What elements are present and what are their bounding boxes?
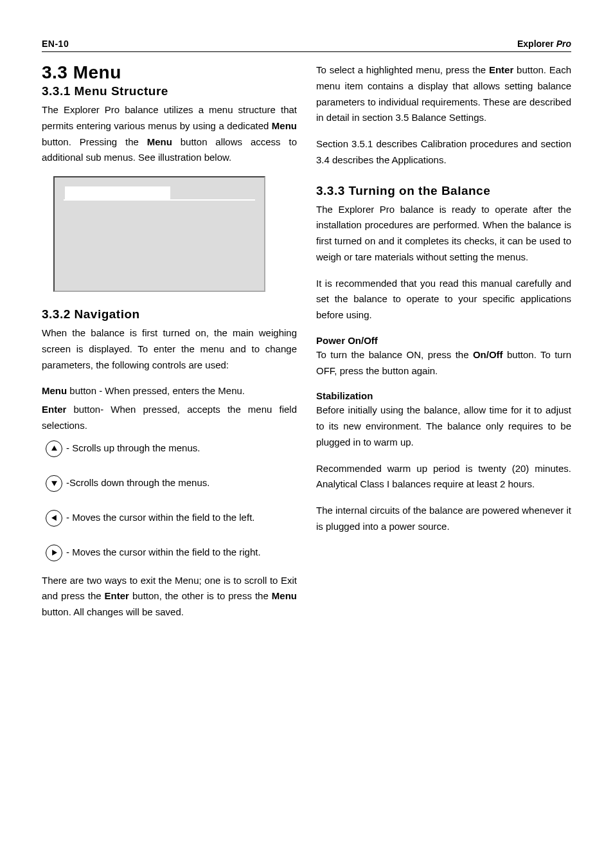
arrow-left-icon [46,510,62,527]
nav-left-text: - Moves the cursor within the field to t… [66,511,297,525]
illustration-highlight [65,186,170,199]
paragraph-sections-ref: Section 3.5.1 describes Calibration proc… [316,136,571,168]
product-name: Explorer [517,39,556,49]
paragraph-exit-menu: There are two ways to exit the Menu; one… [42,573,297,620]
header-left: EN-10 [42,39,69,49]
right-column: To select a highlighted menu, press the … [316,62,571,631]
left-column: 3.3 Menu 3.3.1 Menu Structure The Explor… [42,62,297,631]
subsection-heading-turning-on: 3.3.3 Turning on the Balance [316,184,571,198]
paragraph-enter-button: Enter button- When pressed, accepts the … [42,402,297,434]
section-heading-menu: 3.3 Menu [42,62,297,83]
paragraph-recommend-read: It is recommended that you read this man… [316,276,571,323]
arrow-right-icon [46,545,62,561]
paragraph-stabilization-intro: Before initially using the balance, allo… [316,402,571,450]
nav-row-left: - Moves the cursor within the field to t… [42,510,297,527]
product-model: Pro [556,39,571,49]
paragraph-navigation-intro: When the balance is first turned on, the… [42,325,297,373]
subheading-stabilization: Stabilization [316,390,571,401]
page-header: EN-10 Explorer Pro [42,39,571,52]
svg-marker-0 [51,446,57,451]
nav-row-down: -Scrolls down through the menus. [42,475,297,492]
subsection-heading-structure: 3.3.1 Menu Structure [42,84,297,98]
paragraph-ready-operate: The Explorer Pro balance is ready to ope… [316,202,571,266]
subheading-power: Power On/Off [316,335,571,346]
paragraph-power-onoff: To turn the balance ON, press the On/Off… [316,347,571,379]
menu-illustration [53,176,265,292]
paragraph-menu-button: Menu button - When pressed, enters the M… [42,383,297,399]
paragraph-select-menu: To select a highlighted menu, press the … [316,62,571,126]
nav-up-text: - Scrolls up through the menus. [66,441,297,456]
nav-down-text: -Scrolls down through the menus. [66,476,297,491]
subsection-heading-navigation: 3.3.2 Navigation [42,307,297,321]
nav-right-text: - Moves the cursor within the field to t… [66,545,297,560]
paragraph-structure: The Explorer Pro balance utilizes a menu… [42,102,297,166]
arrow-down-icon [46,475,62,492]
header-right: Explorer Pro [517,39,571,49]
paragraph-warmup: Recommended warm up period is twenty (20… [316,461,571,493]
nav-row-right: - Moves the cursor within the field to t… [42,545,297,561]
svg-marker-1 [51,481,57,486]
svg-marker-2 [51,515,57,521]
svg-marker-3 [52,550,57,556]
arrow-up-icon [46,440,62,457]
illustration-top-border [64,186,255,201]
nav-row-up: - Scrolls up through the menus. [42,440,297,457]
content-columns: 3.3 Menu 3.3.1 Menu Structure The Explor… [42,62,571,631]
paragraph-internal-circuits: The internal circuits of the balance are… [316,503,571,535]
